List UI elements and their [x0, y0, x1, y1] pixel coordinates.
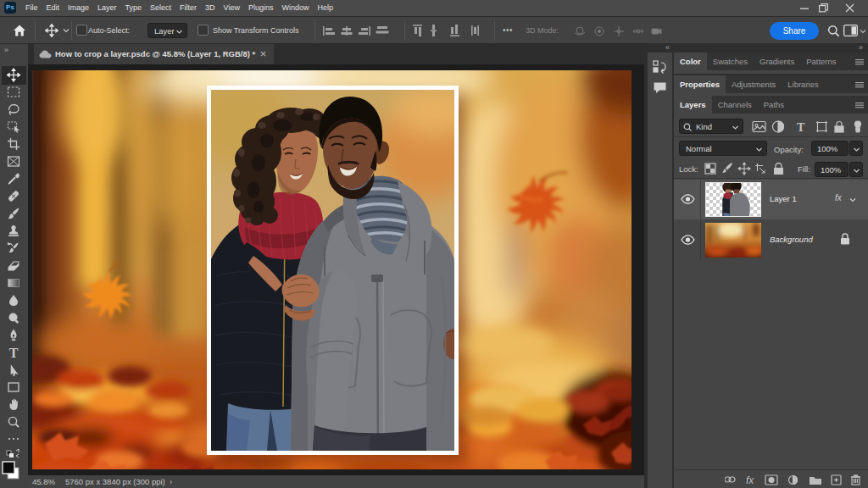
svg-text:»: »	[4, 46, 8, 54]
svg-text:fx: fx	[746, 474, 754, 485]
svg-text:T: T	[797, 121, 805, 134]
svg-text:T: T	[9, 346, 19, 360]
